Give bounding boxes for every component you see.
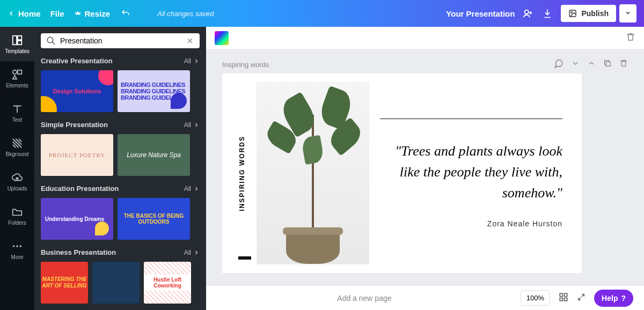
rail-label: Elements	[6, 83, 28, 88]
category-name: Education Presentation	[41, 184, 119, 193]
vertical-label[interactable]: INSPIRING WORDS	[238, 136, 246, 211]
file-label: File	[50, 9, 64, 18]
move-up-button[interactable]	[587, 59, 596, 70]
see-all[interactable]: All	[184, 57, 200, 65]
card-title: MASTERING THE ART OF SELLING	[41, 276, 88, 289]
template-card[interactable]: Luxure Nature Spa	[118, 134, 190, 176]
rail-text[interactable]: Text	[0, 95, 34, 130]
svg-point-0	[525, 10, 529, 14]
svg-rect-7	[18, 70, 21, 73]
background-icon	[11, 137, 23, 149]
template-card[interactable]: Design Solutions	[41, 70, 113, 112]
canvas-area: Inspiring words INSPIRING WORDS	[206, 27, 644, 310]
rail-folders[interactable]: Folders	[0, 198, 34, 233]
publish-button[interactable]: Publish	[561, 5, 616, 22]
chevron-down-icon	[625, 10, 631, 16]
resize-label: Resize	[85, 9, 111, 18]
chevron-right-icon	[193, 58, 200, 64]
rail-elements[interactable]: Elements	[0, 61, 34, 95]
all-label: All	[184, 185, 191, 193]
search-input[interactable]	[60, 36, 181, 45]
doc-title[interactable]: Your Presentation	[446, 9, 515, 18]
file-menu[interactable]: File	[50, 9, 64, 18]
svg-point-9	[16, 245, 18, 247]
crown-icon	[74, 10, 82, 17]
rail-label: More	[11, 254, 24, 260]
card-title: Luxure Nature Spa	[127, 151, 181, 159]
delete-button[interactable]	[626, 32, 635, 44]
template-card[interactable]: PROJECT POETRY	[41, 134, 113, 176]
svg-rect-13	[560, 293, 562, 296]
publish-dropdown[interactable]	[619, 4, 636, 23]
chevron-down-icon	[571, 59, 580, 68]
card-title: BRANDING GUIDELINES BRANDING GUIDELINES …	[121, 82, 187, 101]
download-button[interactable]	[541, 8, 553, 19]
move-down-button[interactable]	[571, 59, 580, 70]
template-card[interactable]: Understanding Dreams	[41, 198, 113, 240]
delete-slide-button[interactable]	[619, 59, 628, 70]
rail-uploads[interactable]: Uploads	[0, 164, 34, 198]
card-title: Hustle Loft Coworking	[144, 275, 191, 291]
grid-view-button[interactable]	[559, 292, 568, 304]
quote-block[interactable]: "Trees and plants always look like the p…	[380, 119, 566, 228]
chevron-up-icon	[587, 59, 596, 68]
download-icon	[542, 8, 553, 19]
template-card[interactable]: MASTERING THE ART OF SELLING	[41, 262, 88, 304]
svg-point-10	[20, 245, 22, 247]
uploads-icon	[11, 172, 23, 183]
plant-image[interactable]	[257, 82, 369, 264]
rail-more[interactable]: More	[0, 233, 34, 267]
template-card[interactable]	[92, 262, 140, 304]
top-bar: Home File Resize All changes saved Your …	[0, 0, 644, 27]
chevron-right-icon	[193, 249, 200, 256]
zoom-value: 100%	[526, 294, 544, 302]
template-card[interactable]: THE BASICS OF BEING OUTDOORS	[118, 198, 190, 240]
rail-templates[interactable]: Templates	[0, 27, 34, 61]
slide-title[interactable]: Inspiring words	[222, 61, 269, 69]
copy-icon	[603, 59, 612, 68]
template-card[interactable]: Hustle Loft Coworking	[144, 262, 191, 304]
see-all[interactable]: All	[184, 249, 200, 256]
color-picker[interactable]	[215, 31, 229, 45]
side-rail: Templates Elements Text Bkground Uploads…	[0, 27, 34, 310]
undo-icon	[121, 9, 130, 18]
clear-icon[interactable]	[186, 36, 194, 45]
template-card[interactable]: BRANDING GUIDELINES BRANDING GUIDELINES …	[118, 70, 190, 112]
zoom-control[interactable]: 100%	[521, 290, 550, 306]
card-title: THE BASICS OF BEING OUTDOORS	[118, 213, 190, 225]
see-all[interactable]: All	[184, 185, 200, 193]
duplicate-button[interactable]	[603, 59, 612, 70]
category-header: Education Presentation All	[41, 184, 200, 193]
chevron-right-icon	[193, 122, 200, 128]
canvas-toolbar	[206, 27, 644, 49]
slide-header: Inspiring words	[222, 59, 628, 70]
trash-icon	[619, 59, 628, 68]
svg-rect-16	[565, 298, 567, 300]
quote-author[interactable]: Zora Neale Hurston	[487, 219, 562, 228]
add-page-button[interactable]: Add a new page	[217, 294, 512, 302]
search-icon	[46, 36, 56, 46]
category-name: Simple Presentation	[41, 121, 108, 129]
chevron-right-icon	[193, 186, 200, 192]
save-status: All changes saved	[157, 10, 214, 18]
share-button[interactable]	[522, 8, 534, 19]
comment-button[interactable]	[554, 59, 564, 70]
quote-text[interactable]: "Trees and plants always look like the p…	[380, 141, 562, 203]
help-button[interactable]: Help?	[594, 290, 633, 307]
svg-rect-5	[18, 40, 21, 44]
add-page-label: Add a new page	[337, 294, 391, 302]
category-name: Creative Presentation	[41, 57, 113, 65]
card-title: Design Solutions	[53, 88, 101, 94]
undo-button[interactable]	[120, 8, 131, 19]
home-label: Home	[18, 9, 41, 18]
slide-canvas[interactable]: INSPIRING WORDS "Trees and plants always…	[222, 73, 582, 273]
home-button[interactable]: Home	[8, 9, 41, 18]
rail-background[interactable]: Bkground	[0, 130, 34, 164]
fullscreen-button[interactable]	[577, 293, 586, 304]
search-box[interactable]	[41, 33, 200, 48]
help-label: Help	[602, 294, 618, 302]
resize-button[interactable]: Resize	[74, 9, 111, 18]
accent-bar[interactable]	[238, 256, 251, 260]
see-all[interactable]: All	[184, 121, 200, 129]
all-label: All	[184, 249, 191, 256]
